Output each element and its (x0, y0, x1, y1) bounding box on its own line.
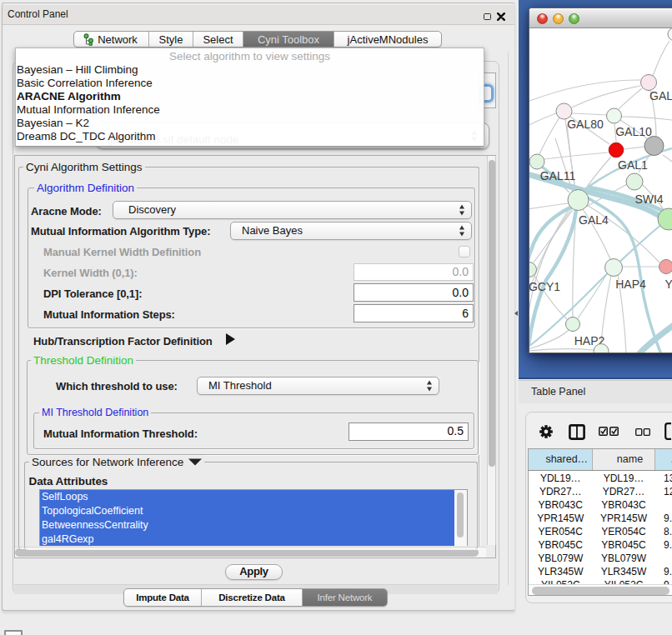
minimize-traffic-light[interactable] (553, 13, 564, 24)
popup-item[interactable]: Bayesian – K2 (16, 117, 484, 130)
network-node-swi4[interactable] (626, 173, 643, 190)
table-row[interactable]: YLR345WYLR345W9. (529, 565, 672, 578)
settings-vscrollbar-thumb[interactable] (489, 160, 496, 467)
manual-kernel-checkbox[interactable] (459, 246, 470, 258)
network-edge[interactable] (529, 329, 569, 349)
network-node-label: Y (665, 278, 672, 291)
network-window-titlebar[interactable] (529, 8, 672, 28)
tab-label: Select (203, 33, 233, 46)
kernel-width-input[interactable]: 0.0 (354, 263, 474, 281)
network-graph[interactable]: GAL2GAL80GAL10GAL1GAL11SWI4GAL4YHAP4GCY1… (529, 27, 672, 352)
network-edge-highlighted[interactable] (639, 325, 672, 352)
column-header-shared…[interactable]: shared… (529, 449, 593, 470)
network-edge[interactable] (544, 152, 608, 159)
table-cell: 9. (655, 538, 672, 552)
float-window-icon[interactable] (484, 13, 491, 20)
data-attribute-item[interactable]: gal4RGexp (40, 532, 467, 546)
tab-label: Infer Network (318, 592, 373, 602)
table-cell: YBR043C (529, 498, 593, 512)
hub-definition-label[interactable]: Hub/Transcription Factor Definition (33, 335, 213, 348)
bottom-tab-impute-data[interactable]: Impute Data (124, 589, 202, 606)
apply-button[interactable]: Apply (225, 564, 283, 580)
mi-type-label: Mutual Information Algorithm Type: (31, 225, 210, 238)
bottom-tab-infer-network[interactable]: Infer Network (303, 589, 387, 606)
data-attributes-label: Data Attributes (29, 475, 108, 488)
table-cell: 12. (655, 485, 672, 498)
network-node-gal10[interactable] (607, 108, 622, 123)
aracne-mode-combo[interactable]: Discovery (113, 201, 472, 219)
close-traffic-light[interactable] (537, 13, 548, 24)
list-scrollbar-thumb[interactable] (457, 492, 464, 538)
which-threshold-combo[interactable]: MI Threshold (197, 377, 439, 395)
unchecked-columns-icon[interactable] (635, 428, 650, 436)
network-edge[interactable] (578, 272, 608, 318)
document-icon[interactable] (664, 422, 672, 440)
network-edge[interactable] (572, 86, 640, 108)
table-panel-title: Table Panel (531, 380, 585, 403)
network-edge[interactable] (529, 80, 640, 102)
popup-item[interactable]: Basic Correlation Inference (16, 77, 484, 90)
popup-item[interactable]: ARACNE Algorithm (16, 90, 484, 103)
list-scrollbar[interactable] (454, 490, 467, 546)
checked-columns-icon[interactable] (599, 427, 619, 437)
settings-hscrollbar-thumb[interactable] (15, 548, 479, 557)
tab-select[interactable]: Select (193, 32, 243, 47)
table-row[interactable]: YBR045CYBR045C9. (529, 538, 672, 552)
tab-jactivemnodules[interactable]: jActiveMNodules (334, 32, 441, 47)
bottom-tab-discretize-data[interactable]: Discretize Data (202, 589, 303, 606)
expand-arrow-icon[interactable] (226, 333, 235, 345)
column-header-name[interactable]: name (593, 449, 655, 470)
popup-item[interactable]: Bayesian – Hill Climbing (16, 63, 484, 77)
popup-item[interactable]: Dream8 DC_TDC Algorithm (16, 130, 484, 143)
mi-threshold-input[interactable]: 0.5 (349, 422, 469, 441)
table-row[interactable]: YBR043CYBR043C (529, 498, 672, 512)
zoom-traffic-light[interactable] (569, 13, 579, 24)
network-edge[interactable] (619, 88, 642, 109)
network-edge[interactable] (539, 118, 559, 154)
network-node-hap2[interactable] (566, 318, 580, 332)
table-row[interactable]: YDL19…YDL19…13. (529, 472, 672, 485)
network-edge[interactable] (621, 117, 672, 120)
split-view-icon[interactable] (569, 424, 585, 440)
data-attribute-item[interactable]: TopologicalCoefficient (40, 504, 467, 518)
data-attribute-item[interactable]: BetweennessCentrality (40, 518, 467, 532)
network-edge[interactable] (624, 147, 644, 149)
network-node[interactable] (644, 137, 664, 156)
network-edge[interactable] (572, 113, 607, 115)
network-edge[interactable] (663, 155, 672, 162)
network-edge[interactable] (653, 41, 669, 76)
tab-network[interactable]: Network (74, 32, 149, 47)
table-row[interactable]: YBL079WYBL079W (529, 552, 672, 565)
network-node-gal4[interactable] (568, 190, 589, 211)
popup-item[interactable]: Mutual Information Inference (16, 103, 484, 117)
table-row[interactable]: YPR145WYPR145W9. (529, 512, 672, 525)
mi-steps-input[interactable]: 6 (354, 304, 474, 322)
network-edge[interactable] (529, 113, 556, 126)
network-node-y[interactable] (659, 260, 672, 274)
network-node-hap4[interactable] (605, 259, 623, 277)
network-node[interactable] (668, 28, 672, 41)
table-hscrollbar[interactable] (529, 584, 672, 596)
network-edge[interactable] (529, 349, 594, 351)
popup-placeholder: Select algorithm to view settings (16, 48, 484, 63)
splitter-collapse-icon[interactable] (514, 311, 518, 316)
tab-style[interactable]: Style (149, 32, 193, 47)
data-attributes-list[interactable]: SelfLoopsTopologicalCoefficientBetweenne… (39, 489, 468, 546)
network-icon (83, 33, 94, 46)
network-node-gal11[interactable] (529, 154, 544, 169)
tab-cyni-toolbox[interactable]: Cyni Toolbox (243, 32, 334, 47)
close-icon[interactable] (497, 12, 505, 21)
gear-icon[interactable] (539, 425, 553, 438)
dpi-tolerance-input[interactable]: 0.0 (354, 283, 474, 302)
column-header-A[interactable]: A (655, 449, 672, 470)
table-row[interactable]: YER054CYER054C8. (529, 525, 672, 538)
data-attribute-item[interactable]: SelfLoops (40, 490, 467, 504)
mi-type-combo[interactable]: Naive Bayes (230, 222, 472, 240)
algorithm-definition-title: Algorithm Definition (34, 182, 137, 194)
network-edge[interactable] (529, 208, 570, 318)
network-node-gal1[interactable] (609, 142, 624, 158)
table-hscrollbar-thumb[interactable] (532, 587, 669, 595)
table-cell: 9. (655, 512, 672, 525)
network-edge[interactable] (529, 203, 568, 209)
table-row[interactable]: YDR27…YDR27…12. (529, 485, 672, 498)
